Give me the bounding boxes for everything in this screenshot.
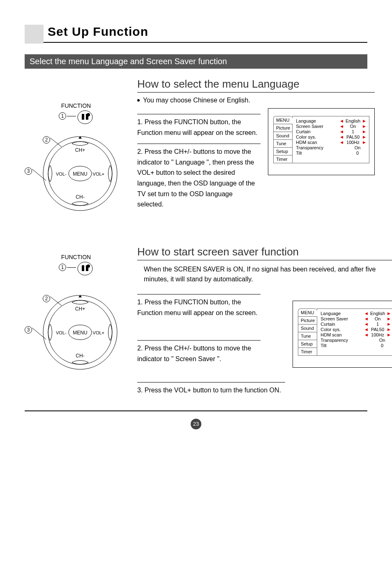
osd-tab-tune: Tune	[273, 139, 293, 147]
osd-tab-sound: Sound	[298, 324, 317, 332]
osd-tab-timer: Timer	[298, 348, 317, 356]
callout-1: 1	[59, 112, 66, 120]
left-arrow-icon: ◀	[365, 317, 368, 321]
svg-text:MENU: MENU	[73, 330, 87, 336]
bullet-icon	[137, 99, 140, 102]
osd-tab-picture: Picture	[298, 316, 317, 324]
section-1: FUNCTION 1 2 3	[25, 78, 367, 229]
left-column: FUNCTION 1 2 3	[25, 78, 127, 229]
section-2: FUNCTION 1 2 3	[25, 246, 367, 396]
left-column-2: FUNCTION 1 2 3	[25, 246, 127, 396]
osd-row-curtain: Curtain◀1▶	[321, 322, 390, 327]
callout-3b: 3	[25, 326, 32, 334]
step2-text: 2. Press the CH+/- buttons to move the i…	[137, 146, 261, 210]
right-arrow-icon: ▶	[363, 135, 366, 139]
osd-tab-setup: Setup	[273, 147, 293, 155]
svg-rect-1	[82, 114, 84, 120]
right-column-1: How to select the menu Language You may …	[137, 78, 375, 229]
osd-row-hdmscan: HDM scan◀100Hz▶	[296, 140, 366, 145]
section1-step2: 2. Press the CH+/- buttons to move the i…	[137, 144, 261, 210]
osd-row-curtain: Curtain◀1▶	[296, 129, 366, 134]
svg-point-0	[78, 111, 92, 124]
s2-step1-text: 1. Press the FUNCTION button, the Functi…	[137, 297, 261, 318]
right-arrow-icon: ▶	[363, 141, 366, 144]
left-arrow-icon: ◀	[365, 322, 368, 326]
left-arrow-icon: ◀	[340, 125, 343, 128]
svg-text:VOL+: VOL+	[93, 330, 104, 335]
callout-lead	[67, 267, 76, 268]
function-button-row: 1	[25, 110, 127, 125]
section1-body: 1. Press the FUNCTION button, the Functi…	[137, 108, 375, 210]
callout-3: 3	[25, 167, 32, 175]
left-arrow-icon: ◀	[365, 328, 368, 332]
osd-row-tilt: Tilt0	[321, 343, 390, 348]
svg-point-10	[87, 264, 90, 268]
osd-panel-2: Language◀English▶ Screen Saver◀On▶ Curta…	[317, 308, 392, 356]
osd-menu-2: MENU Picture Sound Tune Setup Timer Lang…	[298, 308, 392, 356]
right-arrow-icon: ▶	[363, 130, 366, 134]
section1-bullet: You may choose Chinese or English.	[137, 97, 375, 104]
right-arrow-icon: ▶	[387, 317, 390, 321]
svg-point-7	[78, 262, 92, 275]
osd-tab-picture: Picture	[273, 124, 293, 132]
osd-tab-sound: Sound	[273, 132, 293, 139]
osd-row-tilt: Tilt0	[296, 151, 366, 155]
remote-diagram-2b: 2 3 CH+ CH- VOL-	[25, 291, 127, 373]
osd-row-screensaver: Screen Saver◀On▶	[296, 124, 366, 129]
svg-text:CH-: CH-	[76, 353, 84, 359]
callout-1b: 1	[59, 264, 66, 271]
page-title: Set Up Function	[48, 25, 367, 39]
callout-lead	[67, 116, 76, 116]
osd-row-hdmscan: HDM scan◀100Hz▶	[321, 332, 390, 337]
ch-plus-label: CH+	[75, 147, 85, 153]
section2-step1: 1. Press the FUNCTION button, the Functi…	[137, 294, 261, 318]
svg-rect-8	[82, 265, 84, 271]
left-arrow-icon: ◀	[340, 119, 343, 123]
osd-screenshot-1: MENU Picture Sound Tune Setup Timer Lang…	[268, 108, 375, 175]
page: Set Up Function Select the menu Language…	[0, 0, 392, 442]
function-icon	[77, 261, 93, 276]
svg-text:VOL-: VOL-	[56, 330, 67, 335]
osd-tab-menu: MENU	[298, 308, 317, 316]
function-label: FUNCTION	[25, 102, 127, 109]
remote-diagram-1: FUNCTION 1 2 3	[25, 102, 127, 214]
vol-minus-label: VOL-	[56, 172, 67, 176]
osd-row-transparency: TransparencyOn	[321, 338, 390, 343]
title-bar: Set Up Function	[25, 25, 367, 43]
osd-row-language: Language◀English▶	[321, 311, 390, 316]
section2-text: 1. Press the FUNCTION button, the Functi…	[137, 288, 285, 396]
right-arrow-icon: ▶	[387, 322, 390, 326]
osd-tab-tune: Tune	[298, 332, 317, 340]
left-arrow-icon: ◀	[365, 333, 368, 337]
osd-row-language: Language◀English▶	[296, 118, 366, 123]
osd-tab-setup: Setup	[298, 340, 317, 348]
footer-rule	[25, 410, 367, 411]
remote-ring-icon-2: CH+ CH- VOL- VOL+ MENU	[41, 293, 119, 371]
decorative-square	[25, 25, 44, 44]
left-arrow-icon: ◀	[340, 135, 343, 139]
section2-step3: 3. Press the VOL+ button to turn the fun…	[137, 382, 285, 396]
section2-body: 1. Press the FUNCTION button, the Functi…	[137, 288, 392, 396]
osd-menu: MENU Picture Sound Tune Setup Timer Lang…	[273, 116, 369, 163]
function-icon	[77, 110, 93, 125]
right-arrow-icon: ▶	[387, 328, 390, 332]
s2-step3-text: 3. Press the VOL+ button to turn the fun…	[137, 385, 285, 396]
svg-text:CH+: CH+	[75, 306, 85, 312]
vol-plus-label: VOL+	[93, 172, 104, 176]
osd-row-colorsys: Color sys.◀PAL50▶	[296, 134, 366, 139]
section2-title: How to start screen saver function	[137, 246, 392, 260]
section2-step2: 2. Press the CH+/- buttons to move the i…	[137, 340, 261, 364]
osd-tabs-2: MENU Picture Sound Tune Setup Timer	[298, 308, 317, 356]
right-arrow-icon: ▶	[387, 333, 390, 337]
left-arrow-icon: ◀	[340, 141, 343, 144]
remote-ring-icon: CH+ CH- VOL- VOL+ MENU	[41, 134, 119, 213]
osd-tabs: MENU Picture Sound Tune Setup Timer	[273, 116, 293, 163]
bullet-text: You may choose Chinese or English.	[143, 97, 250, 104]
osd-row-transparency: TransparencyOn	[296, 145, 366, 150]
osd-tab-menu: MENU	[273, 116, 293, 124]
osd-row-colorsys: Color sys.◀PAL50▶	[321, 327, 390, 332]
remote-diagram-2a: FUNCTION 1	[25, 254, 127, 276]
left-arrow-icon: ◀	[365, 312, 368, 315]
left-arrow-icon: ◀	[340, 130, 343, 134]
osd-row-screensaver: Screen Saver◀On▶	[321, 316, 390, 321]
